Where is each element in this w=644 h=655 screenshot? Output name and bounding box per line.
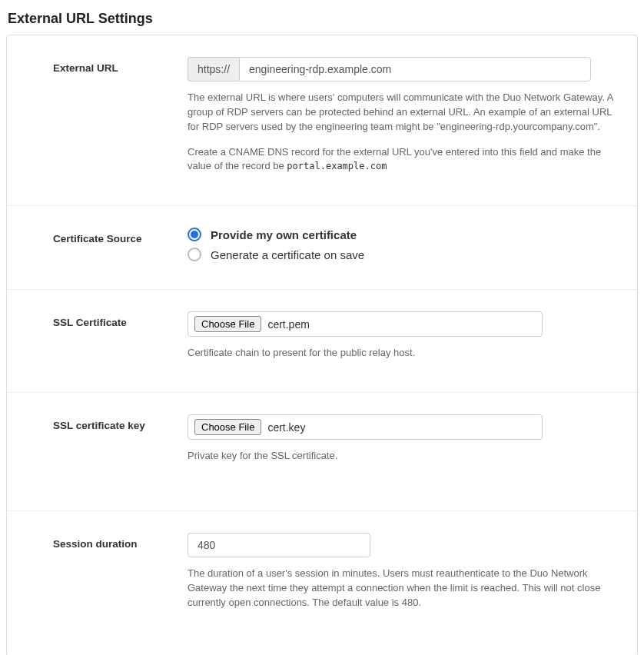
session-duration-label: Session duration bbox=[53, 538, 138, 550]
external-url-label: External URL bbox=[53, 62, 118, 74]
choose-file-button[interactable]: Choose File bbox=[194, 316, 261, 332]
row-cert-source: Certificate Source Provide my own certif… bbox=[7, 205, 637, 289]
ssl-cert-filename: cert.pem bbox=[267, 318, 309, 331]
radio-provide-own-cert[interactable]: Provide my own certificate bbox=[188, 228, 623, 241]
external-url-help-1: The external URL is where users' compute… bbox=[188, 91, 623, 135]
external-url-input[interactable] bbox=[239, 57, 591, 81]
ssl-cert-label: SSL Certificate bbox=[53, 317, 127, 328]
radio-icon bbox=[188, 248, 201, 261]
url-scheme-addon: https:// bbox=[188, 57, 239, 81]
cname-value-code: portal.example.com bbox=[287, 161, 387, 171]
ssl-key-filename: cert.key bbox=[267, 421, 305, 434]
section-heading: External URL Settings bbox=[8, 11, 638, 27]
row-ssl-cert: SSL Certificate Choose File cert.pem Cer… bbox=[7, 289, 637, 392]
session-duration-input[interactable] bbox=[188, 533, 370, 557]
ssl-cert-help: Certificate chain to present for the pub… bbox=[188, 346, 623, 361]
ssl-key-file-input[interactable]: Choose File cert.key bbox=[188, 414, 543, 440]
external-url-help-2: Create a CNAME DNS record for the extern… bbox=[188, 145, 623, 175]
row-external-url: External URL https:// The external URL i… bbox=[7, 35, 637, 205]
row-session-duration: Session duration The duration of a user'… bbox=[7, 510, 637, 655]
session-duration-help: The duration of a user's session in minu… bbox=[188, 567, 623, 610]
radio-label: Generate a certificate on save bbox=[211, 248, 364, 261]
radio-generate-cert[interactable]: Generate a certificate on save bbox=[188, 248, 623, 261]
radio-label: Provide my own certificate bbox=[211, 228, 357, 241]
ssl-key-label: SSL certificate key bbox=[53, 420, 145, 431]
cname-help-text: Create a CNAME DNS record for the extern… bbox=[188, 146, 601, 172]
settings-panel: External URL https:// The external URL i… bbox=[6, 35, 638, 655]
cert-source-label: Certificate Source bbox=[53, 233, 142, 244]
radio-icon bbox=[188, 228, 201, 241]
ssl-key-help: Private key for the SSL certificate. bbox=[188, 449, 623, 464]
ssl-cert-file-input[interactable]: Choose File cert.pem bbox=[188, 311, 543, 337]
row-ssl-key: SSL certificate key Choose File cert.key… bbox=[7, 392, 637, 510]
choose-file-button[interactable]: Choose File bbox=[194, 419, 261, 435]
